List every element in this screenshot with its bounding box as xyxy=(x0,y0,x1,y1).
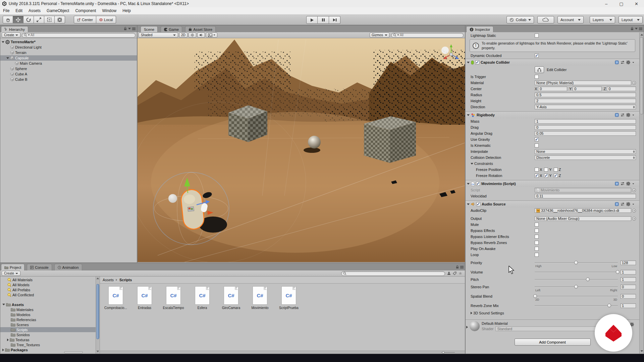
project-folder-sonidos[interactable]: Sonidos xyxy=(0,332,96,337)
rect-tool-button[interactable] xyxy=(44,16,55,23)
lock-icon[interactable] xyxy=(456,265,459,269)
text-input[interactable]: 2 xyxy=(535,99,636,103)
lighting-toggle[interactable] xyxy=(189,33,196,38)
project-folder-modelos[interactable]: Modelos xyxy=(0,312,96,317)
text-input[interactable]: 0.05 xyxy=(535,131,636,136)
hierarchy-item-terrain[interactable]: Terrain xyxy=(0,50,137,55)
layout-dropdown[interactable]: Layout xyxy=(619,16,643,23)
panel-menu-caret[interactable] xyxy=(635,28,638,29)
tab-asset-store[interactable]: Asset Store xyxy=(185,26,216,32)
component-header-capsule-collider[interactable]: Capsule Collider? xyxy=(466,59,639,66)
freeze-axis-checkbox[interactable] xyxy=(535,174,539,178)
text-input[interactable]: 1 xyxy=(535,119,636,124)
move-tool-button[interactable] xyxy=(13,16,23,23)
favorite-item-all-models[interactable]: All Models xyxy=(0,282,96,287)
gizmos-dropdown[interactable]: Gizmos xyxy=(370,33,389,38)
project-file-girocamara[interactable]: C#GiroCamara xyxy=(217,286,246,310)
rotate-tool-button[interactable] xyxy=(23,16,34,23)
step-button[interactable] xyxy=(329,16,340,24)
project-file-entradas[interactable]: C#Entradas xyxy=(130,286,159,310)
project-file-esfera[interactable]: C#Esfera xyxy=(188,286,217,310)
favorites-star-icon[interactable] xyxy=(459,272,462,275)
menu-gameobject[interactable]: GameObject xyxy=(44,8,72,13)
foldout-arrow-icon[interactable] xyxy=(467,203,470,205)
object-picker-icon[interactable] xyxy=(632,81,636,85)
gear-icon[interactable] xyxy=(626,60,630,64)
bypass-reverb-zones-checkbox[interactable] xyxy=(535,241,539,245)
project-folder-scenes[interactable]: Scenes xyxy=(0,322,96,327)
slider-value-input[interactable]: 1 xyxy=(621,303,636,308)
slider-knob[interactable] xyxy=(574,261,578,264)
preset-icon[interactable] xyxy=(621,113,625,117)
foldout-arrow-icon[interactable] xyxy=(467,183,470,185)
draw-mode-dropdown[interactable]: Shaded xyxy=(139,33,178,38)
slider-control[interactable] xyxy=(535,270,618,274)
favorite-item-all-prefabs[interactable]: All Prefabs xyxy=(0,287,96,292)
foldout-arrow-icon[interactable] xyxy=(467,114,470,116)
slider-value-input[interactable]: 0 xyxy=(621,285,636,289)
freeze-axis-checkbox[interactable] xyxy=(554,168,558,172)
foldout-arrow-icon[interactable] xyxy=(7,339,9,341)
tab-hierarchy[interactable]: Hierarchy xyxy=(1,26,28,32)
component-header-movimiento-script-[interactable]: C#Movimiento (Script)? xyxy=(466,180,639,187)
slider-knob[interactable] xyxy=(533,294,537,298)
slider-control[interactable]: 2D3D xyxy=(535,294,618,298)
object-picker-icon[interactable] xyxy=(632,217,636,221)
tab-game[interactable]: Game xyxy=(161,26,182,32)
slider-control[interactable] xyxy=(535,304,618,308)
enum-dropdown[interactable]: Y-Axis xyxy=(535,105,636,109)
project-file-comprobacio-[interactable]: C#Comprobacio... xyxy=(101,286,130,310)
hierarchy-search-input[interactable] xyxy=(31,33,133,37)
effects-dropdown[interactable] xyxy=(206,33,217,38)
enum-dropdown[interactable]: Discrete xyxy=(535,155,636,160)
foldout-arrow-icon[interactable] xyxy=(2,41,4,43)
menu-file[interactable]: File xyxy=(0,8,12,13)
help-book-icon[interactable]: ? xyxy=(615,202,619,206)
slider-control[interactable]: HighLow xyxy=(535,261,618,265)
panel-menu-icon[interactable] xyxy=(639,27,642,30)
account-dropdown[interactable]: Account xyxy=(557,16,584,23)
freeze-axis-checkbox[interactable] xyxy=(544,168,548,172)
menu-assets[interactable]: Assets xyxy=(25,8,44,13)
close-button[interactable]: ✕ xyxy=(629,0,644,7)
hierarchy-item-sphere[interactable]: Sphere xyxy=(0,66,137,71)
slider-knob[interactable] xyxy=(574,285,578,289)
project-file-scriptprueba[interactable]: C#ScriptPrueba xyxy=(274,286,303,310)
help-book-icon[interactable]: ? xyxy=(615,113,619,117)
slider-value-input[interactable]: 1 xyxy=(621,270,636,275)
scene-viewport[interactable]: Persp xyxy=(138,38,465,262)
is-kinematic-checkbox[interactable] xyxy=(535,143,539,147)
edit-collider-button[interactable] xyxy=(535,66,544,73)
foldout-label[interactable]: 3D Sound Settings xyxy=(473,311,504,315)
help-book-icon[interactable]: ? xyxy=(615,182,619,186)
minimize-button[interactable]: – xyxy=(599,0,614,7)
transform-tool-button[interactable] xyxy=(55,16,65,23)
tab-inspector[interactable]: i Inspector xyxy=(466,26,493,32)
foldout-arrow-icon[interactable] xyxy=(466,326,468,328)
foldout-arrow-icon[interactable] xyxy=(471,312,472,314)
panel-menu-icon[interactable] xyxy=(132,27,136,30)
enum-dropdown[interactable]: None xyxy=(535,149,636,154)
bypass-effects-checkbox[interactable] xyxy=(535,229,539,233)
foldout-arrow-icon[interactable] xyxy=(467,62,470,63)
mute-checkbox[interactable] xyxy=(535,223,539,227)
gear-caret-icon[interactable] xyxy=(633,204,634,205)
hierarchy-search[interactable] xyxy=(22,33,136,38)
breadcrumb-scripts[interactable]: Scripts xyxy=(119,278,132,282)
hierarchy-item-capsule[interactable]: Capsule xyxy=(0,55,137,61)
cloud-button[interactable] xyxy=(537,16,554,23)
slider-value-input[interactable]: 1 xyxy=(621,277,636,282)
gear-icon[interactable] xyxy=(626,182,630,186)
preset-icon[interactable] xyxy=(621,61,625,64)
project-search[interactable] xyxy=(341,271,445,276)
maximize-button[interactable]: ▢ xyxy=(614,0,629,7)
panel-menu-icon[interactable] xyxy=(460,266,464,268)
slider-knob[interactable] xyxy=(616,270,620,274)
tab-scene[interactable]: Scene xyxy=(141,26,158,32)
gear-caret-icon[interactable] xyxy=(633,115,634,116)
text-input[interactable]: 0 xyxy=(535,125,636,130)
project-file-movimiento[interactable]: C#Movimiento xyxy=(246,286,274,310)
project-tree-scrollbar[interactable] xyxy=(96,277,100,354)
tab-console[interactable]: Console xyxy=(27,264,52,270)
shader-dropdown[interactable]: Standard xyxy=(495,326,606,331)
